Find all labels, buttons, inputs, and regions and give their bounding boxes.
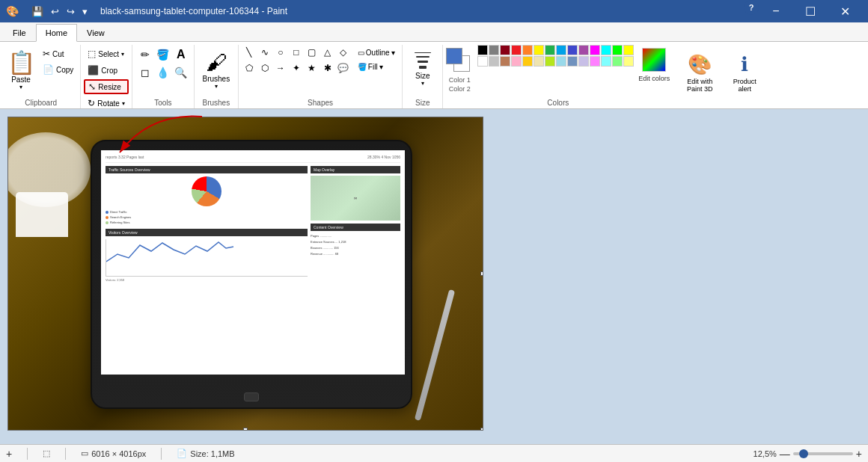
color-lightgray[interactable] (489, 56, 499, 67)
color-teal[interactable] (601, 45, 611, 55)
star4-shape[interactable]: ✦ (289, 61, 304, 76)
zoom-slider[interactable] (793, 452, 853, 455)
color-gray1[interactable] (489, 45, 499, 55)
maximize-button[interactable]: ☐ (793, 0, 828, 22)
edit-with-paint3d-button[interactable]: 🎨 Edit withPaint 3D (679, 48, 721, 97)
color-steelblue[interactable] (567, 56, 578, 67)
color-red[interactable] (511, 45, 522, 55)
resize-button[interactable]: ⤡ Resize (84, 79, 128, 94)
color1-swatch[interactable] (446, 48, 462, 64)
color-pink[interactable] (511, 56, 522, 67)
pentagon-shape[interactable]: ⬠ (242, 61, 257, 76)
arrow-shape[interactable]: → (273, 61, 288, 76)
color-green[interactable] (545, 45, 555, 55)
size-dropdown-icon: ▾ (421, 80, 424, 87)
paste-dropdown-icon[interactable]: ▾ (19, 84, 22, 90)
color-palette (477, 45, 634, 67)
legend-dot-3 (106, 221, 109, 224)
canvas-area: reports 3.32 Pages last 28.30% 4 Nov 105… (0, 109, 868, 444)
color-darkred[interactable] (500, 45, 510, 55)
zoom-minus-button[interactable]: — (780, 448, 790, 460)
color-yellow[interactable] (534, 45, 544, 55)
roundrect-shape[interactable]: ▢ (305, 45, 320, 60)
color-lavender[interactable] (578, 56, 589, 67)
copy-button[interactable]: 📄 Copy (39, 62, 77, 77)
star5-shape[interactable]: ★ (305, 61, 320, 76)
curve-shape[interactable]: ∿ (257, 45, 272, 60)
tab-view[interactable]: View (77, 23, 114, 41)
color-purple[interactable] (578, 45, 589, 55)
callout-shape[interactable]: 💬 (336, 61, 351, 76)
color-black[interactable] (477, 45, 488, 55)
eraser-tool[interactable]: ◻ (137, 64, 153, 81)
tools-grid: ✏ 🪣 A ◻ 💧 🔍 (135, 45, 191, 82)
color-extra3[interactable] (612, 56, 623, 67)
add-icon[interactable]: + (6, 448, 12, 460)
color-brown[interactable] (500, 56, 510, 67)
tab-home[interactable]: Home (36, 24, 77, 42)
legend: Direct Traffic Search Engines Referring … (106, 209, 308, 226)
rotate-icon: ↻ (88, 98, 95, 108)
color-gold[interactable] (623, 45, 634, 55)
line-shape[interactable]: ╲ (242, 45, 257, 60)
color-extra2[interactable] (601, 56, 611, 67)
color-extra1[interactable] (590, 56, 600, 67)
tablet-screen: reports 3.32 Pages last 28.30% 4 Nov 105… (101, 150, 405, 375)
color-extra4[interactable] (623, 56, 634, 67)
shapes-content: ╲ ∿ ○ □ ▢ △ ◇ ⬠ ⬡ → ✦ ★ ✱ 💬 ▭ Outline ▾ (242, 45, 399, 99)
pencil-tool[interactable]: ✏ (137, 46, 153, 63)
color-cream[interactable] (534, 56, 544, 67)
text-tool[interactable]: A (173, 46, 189, 63)
redo-button[interactable]: ↪ (64, 4, 77, 19)
oval-shape[interactable]: ○ (273, 45, 288, 60)
picker-tool[interactable]: 💧 (155, 64, 171, 81)
color-darkblue[interactable] (567, 45, 578, 55)
edit-colors-label[interactable]: Edit colors (638, 75, 670, 82)
content-item-2: Entrance Sources ... 1,218 (311, 239, 400, 245)
rect-shape[interactable]: □ (289, 45, 304, 60)
dropdown-button[interactable]: ▾ (80, 4, 90, 19)
paste-icon: 📋 (7, 49, 35, 76)
undo-button[interactable]: ↩ (49, 4, 61, 19)
product-alert-button[interactable]: ℹ Productalert (724, 48, 765, 97)
cut-button[interactable]: ✂ Cut (39, 46, 77, 61)
selection-icon: ⬚ (43, 449, 50, 458)
color-darkpink[interactable] (590, 45, 600, 55)
rotate-button[interactable]: ↻ Rotate ▾ (84, 96, 128, 111)
dimensions-text: 6016 × 4016px (91, 449, 146, 458)
fill-tool[interactable]: 🪣 (155, 46, 171, 63)
screen-brand: reports 3.32 Pages last (106, 155, 144, 159)
color-orange[interactable] (522, 45, 533, 55)
select-button[interactable]: ⬚ Select ▾ (84, 46, 128, 61)
close-button[interactable]: ✕ (828, 0, 862, 22)
color-yellowgreen[interactable] (545, 56, 555, 67)
crop-button[interactable]: ⬛ Crop (84, 63, 128, 78)
fill-button[interactable]: 🪣 Fill ▾ (354, 61, 399, 73)
color-skyblue[interactable] (556, 56, 566, 67)
zoom-thumb[interactable] (799, 449, 808, 458)
save-button[interactable]: 💾 (29, 4, 46, 19)
color-lime[interactable] (612, 45, 623, 55)
zoom-plus-button[interactable]: + (856, 448, 862, 460)
edit-colors-section: Edit colors (638, 45, 670, 82)
size-button[interactable]: Size ▾ (406, 45, 439, 94)
hexagon-shape[interactable]: ⬡ (257, 61, 272, 76)
triangle-shape[interactable]: △ (320, 45, 335, 60)
brushes-button[interactable]: 🖌 Brushes ▾ (198, 45, 235, 94)
color-white[interactable] (477, 56, 488, 67)
handle-right-center[interactable] (480, 271, 483, 276)
paste-button[interactable]: 📋 Paste ▾ (4, 45, 37, 94)
help-button[interactable]: ? (744, 0, 759, 15)
color-amber[interactable] (522, 56, 533, 67)
canvas-image[interactable]: reports 3.32 Pages last 28.30% 4 Nov 105… (7, 117, 483, 431)
color-lightblue[interactable] (556, 45, 566, 55)
right-action-buttons: 🎨 Edit withPaint 3D ℹ Productalert (673, 45, 765, 108)
magnifier-tool[interactable]: 🔍 (173, 64, 189, 81)
handle-bottom-center[interactable] (243, 428, 248, 431)
diamond-shape[interactable]: ◇ (336, 45, 351, 60)
handle-bottom-right[interactable] (480, 428, 483, 431)
outline-button[interactable]: ▭ Outline ▾ (354, 46, 399, 59)
tab-file[interactable]: File (3, 23, 36, 41)
minimize-button[interactable]: − (759, 0, 793, 22)
star6-shape[interactable]: ✱ (320, 61, 335, 76)
